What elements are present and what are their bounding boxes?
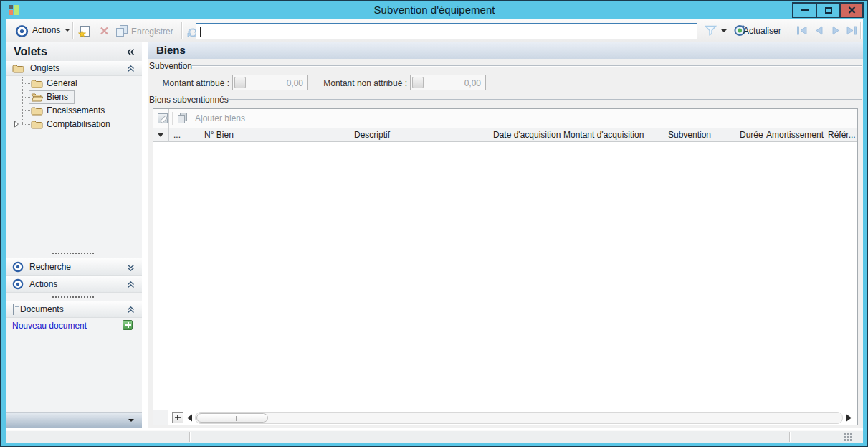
chevron-double-up-icon[interactable] <box>127 65 135 72</box>
sidebar-title: Volets <box>14 45 47 58</box>
folder-open-icon <box>31 93 44 102</box>
sidebar-group-documents-label: Documents <box>20 304 64 314</box>
filter-dropdown-button[interactable] <box>721 29 727 32</box>
grid-toolbar: Ajouter biens <box>153 109 857 128</box>
scroll-right-icon <box>846 414 852 422</box>
sidebar-group-recherche[interactable]: Recherche <box>6 258 142 276</box>
column-header[interactable]: ... <box>173 130 181 140</box>
nav-prev-button[interactable] <box>814 26 824 35</box>
column-header[interactable]: Subvention <box>668 130 711 140</box>
status-bar-divider <box>189 432 190 442</box>
column-header[interactable]: Date d'acquisition <box>493 130 561 140</box>
biens-grid: Ajouter biens ... N° Bien Descriptif Dat… <box>153 108 858 425</box>
filter-icon <box>705 25 717 36</box>
add-row-icon <box>173 413 183 423</box>
tree-item-label: Comptabilisation <box>47 119 110 129</box>
nav-first-button[interactable] <box>796 26 808 35</box>
chevron-down-icon <box>65 29 70 32</box>
chevron-double-down-icon[interactable] <box>127 264 135 271</box>
actualiser-label[interactable]: Actualiser <box>743 26 781 36</box>
actions-menu-button[interactable]: Actions <box>32 25 70 35</box>
tree-expander-icon[interactable] <box>14 121 19 128</box>
grid-body-empty[interactable] <box>153 142 857 410</box>
column-dropdown-icon[interactable] <box>158 133 163 137</box>
nav-last-icon <box>846 26 857 35</box>
sidebar-collapse-button[interactable] <box>127 48 135 56</box>
window-controls <box>793 2 864 18</box>
delete-record-button[interactable] <box>97 24 111 38</box>
sidebar-group-onglets[interactable]: Onglets <box>6 61 142 76</box>
scroll-right-button[interactable] <box>846 414 852 422</box>
toolbar-separator <box>860 22 861 39</box>
save-button-label[interactable]: Enregistrer <box>131 27 173 37</box>
column-header[interactable]: Montant d'acquisition <box>563 130 644 140</box>
target-icon <box>15 24 29 38</box>
nav-next-button[interactable] <box>831 26 841 35</box>
tree-connector <box>22 83 30 84</box>
field-builder-button[interactable] <box>234 77 246 88</box>
new-document-icon <box>80 26 90 37</box>
nav-prev-icon <box>814 26 824 35</box>
save-icon-front-page <box>116 28 124 37</box>
panel-splitter[interactable] <box>52 253 94 254</box>
sidebar-group-actions[interactable]: Actions <box>6 276 142 293</box>
scrollbar-thumb[interactable] <box>196 413 268 423</box>
tree-item-comptabilisation[interactable]: Comptabilisation <box>6 118 142 131</box>
sidebar-group-documents[interactable]: Documents <box>6 301 142 318</box>
documents-stack-icon <box>178 113 188 124</box>
delete-icon <box>100 27 109 35</box>
chevron-double-up-icon[interactable] <box>127 281 135 288</box>
folder-icon <box>31 106 43 116</box>
close-button[interactable] <box>839 2 864 18</box>
window-title: Subvention d'équipement <box>1 4 867 16</box>
panel-splitter[interactable] <box>52 296 94 298</box>
maximize-button[interactable] <box>816 2 841 18</box>
target-icon <box>12 261 24 273</box>
tree-item-label: Biens <box>47 92 68 102</box>
column-header[interactable]: Amortissement <box>766 130 824 140</box>
chevron-down-icon <box>128 419 134 422</box>
montant-attribue-field[interactable]: 0,00 <box>232 75 308 90</box>
add-icon[interactable] <box>123 320 133 330</box>
application-window: Subvention d'équipement Actions <box>0 0 868 447</box>
save-button[interactable] <box>115 24 129 38</box>
montant-attribue-value: 0,00 <box>287 78 303 88</box>
column-header[interactable]: Descriptif <box>354 130 390 140</box>
grid-indicator-column-border <box>168 109 169 142</box>
sidebar-bottom-bar[interactable] <box>6 412 142 428</box>
sidebar-header: Volets <box>6 42 142 61</box>
text-caret <box>200 27 201 37</box>
column-header[interactable]: Référ... <box>828 130 856 140</box>
resize-grip[interactable] <box>844 433 853 441</box>
horizontal-scrollbar[interactable] <box>195 412 843 424</box>
page-title: Biens <box>156 44 186 56</box>
main-panel-header: Biens <box>148 42 863 59</box>
minimize-button[interactable] <box>792 2 817 18</box>
group-divider <box>226 99 862 100</box>
field-builder-button[interactable] <box>412 77 424 88</box>
new-document-link[interactable]: Nouveau document <box>12 321 87 331</box>
montant-non-attribue-value: 0,00 <box>464 78 481 88</box>
add-biens-button[interactable]: Ajouter biens <box>195 113 245 123</box>
column-header[interactable]: Durée <box>740 130 763 140</box>
montant-non-attribue-field[interactable]: 0,00 <box>410 75 486 90</box>
nav-last-button[interactable] <box>846 26 857 35</box>
filter-button[interactable] <box>705 25 717 36</box>
main-panel: Biens Subvention Montant attribué : 0,00… <box>148 42 863 428</box>
folder-icon <box>31 120 43 129</box>
chevron-double-up-icon[interactable] <box>127 306 135 314</box>
stack-front-page <box>178 115 185 123</box>
tree-item-biens[interactable]: Biens <box>6 90 142 104</box>
edit-cell-icon[interactable] <box>158 113 168 123</box>
scroll-left-button[interactable] <box>186 414 193 422</box>
titlebar: Subvention d'équipement <box>1 1 867 19</box>
search-input[interactable] <box>196 24 697 39</box>
sidebar-volets: Volets Onglets <box>6 42 142 428</box>
column-header[interactable]: N° Bien <box>204 130 234 140</box>
target-icon <box>12 278 24 290</box>
tree-item-general[interactable]: Général <box>6 77 142 90</box>
new-record-button[interactable] <box>77 24 92 38</box>
add-row-button[interactable] <box>172 412 183 423</box>
tree-item-encaissements[interactable]: Encaissements <box>6 104 142 118</box>
tree-connector <box>22 110 30 111</box>
